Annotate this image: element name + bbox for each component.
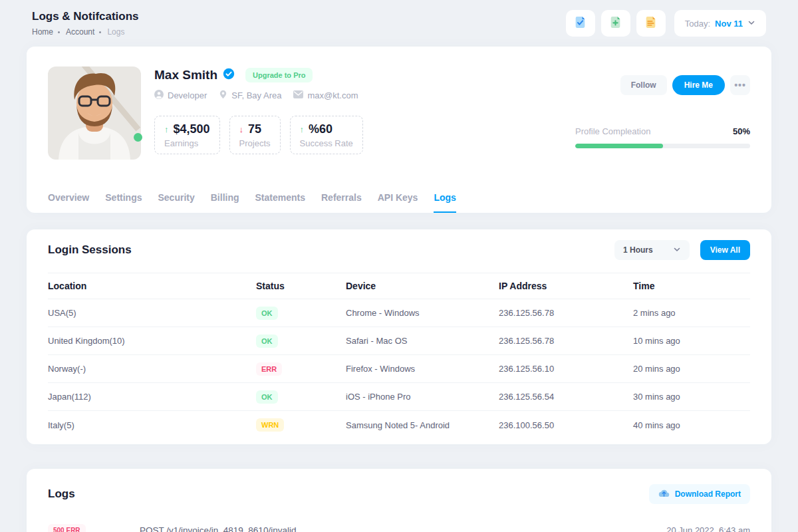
session-device: iOS - iPhone Pro (346, 392, 499, 402)
tab-api-keys[interactable]: API Keys (378, 192, 418, 213)
breadcrumb-separator (99, 31, 101, 33)
sessions-table: Location Status Device IP Address Time U… (48, 273, 750, 439)
breadcrumb-item-home[interactable]: Home (32, 27, 53, 37)
session-status-badge: ERR (256, 362, 282, 376)
progress-bar-fill (575, 144, 663, 148)
trend-arrow-icon: ↓ (239, 124, 244, 134)
follow-button[interactable]: Follow (620, 75, 667, 95)
logs-title: Logs (48, 487, 75, 501)
view-all-button[interactable]: View All (700, 240, 750, 260)
file-check-icon (573, 15, 587, 31)
log-time: 20 Jun 2022, 6:43 am (666, 525, 750, 532)
date-selector[interactable]: Today: Nov 11 (674, 10, 766, 37)
date-value: Nov 11 (715, 19, 743, 29)
column-header-status: Status (256, 281, 346, 291)
file-lines-icon (644, 15, 658, 31)
tab-security[interactable]: Security (158, 192, 195, 213)
session-ip: 236.125.56.78 (499, 308, 633, 318)
progress-label: Profile Compleation (575, 126, 650, 136)
profile-right-panel: Follow Hire Me ••• Profile Compleation 5… (575, 66, 750, 160)
column-header-ip: IP Address (499, 281, 633, 291)
session-location: Norway(-) (48, 364, 256, 374)
file-check-button[interactable] (566, 10, 595, 37)
breadcrumb-item-account[interactable]: Account (66, 27, 94, 37)
session-time: 20 mins ago (633, 364, 750, 374)
stat-value: $4,500 (174, 122, 210, 136)
session-row: Japan(112) OK iOS - iPhone Pro 236.125.5… (48, 383, 750, 411)
profile-tabs: OverviewSettingsSecurityBillingStatement… (48, 192, 456, 213)
topbar: Logs & Notifcations HomeAccountLogs Toda… (0, 0, 798, 47)
tab-statements[interactable]: Statements (255, 192, 305, 213)
tab-logs[interactable]: Logs (434, 192, 456, 213)
progress-bar (575, 144, 750, 148)
tab-overview[interactable]: Overview (48, 192, 89, 213)
session-location: Japan(112) (48, 392, 256, 402)
online-status-dot (134, 133, 142, 142)
trend-arrow-icon: ↑ (300, 124, 305, 134)
profile-info: Max Smith Upgrade to Pro Developer SF, B… (154, 66, 363, 160)
log-status-badge: 500 ERR (48, 524, 86, 532)
session-row: Norway(-) ERR Firefox - Windows 236.125.… (48, 355, 750, 383)
log-path: POST /v1/invoice/in_4819_8610/invalid (140, 525, 666, 532)
profile-progress: Profile Compleation 50% (575, 126, 750, 148)
breadcrumb-separator (58, 31, 60, 33)
file-plus-icon (608, 15, 622, 31)
session-time: 2 mins ago (633, 308, 750, 318)
session-ip: 236.125.56.10 (499, 364, 633, 374)
cloud-upload-icon (658, 489, 670, 499)
profile-email-label: max@kt.com (307, 90, 358, 100)
download-report-button[interactable]: Download Report (649, 484, 750, 504)
progress-percent: 50% (733, 126, 750, 136)
file-lines-button[interactable] (636, 10, 666, 37)
verified-badge-icon (223, 68, 235, 82)
session-time: 10 mins ago (633, 336, 750, 346)
breadcrumb-item-logs[interactable]: Logs (107, 27, 124, 37)
stat-value: 75 (248, 122, 261, 136)
topbar-actions: Today: Nov 11 (566, 10, 766, 37)
hire-me-button[interactable]: Hire Me (672, 75, 725, 95)
session-location: United Kingdom(10) (48, 336, 256, 346)
trend-arrow-icon: ↑ (164, 124, 169, 134)
profile-role: Developer (154, 90, 207, 101)
tab-settings[interactable]: Settings (105, 192, 142, 213)
session-status-badge: OK (256, 390, 278, 404)
session-time: 40 mins ago (633, 420, 750, 430)
column-header-device: Device (346, 281, 499, 291)
upgrade-pro-badge[interactable]: Upgrade to Pro (245, 68, 313, 82)
breadcrumb: HomeAccountLogs (32, 27, 139, 37)
tab-billing[interactable]: Billing (211, 192, 239, 213)
session-device: Safari - Mac OS (346, 336, 499, 346)
hours-filter-select[interactable]: 1 Hours (614, 240, 690, 260)
session-row: USA(5) OK Chrome - Windows 236.125.56.78… (48, 299, 750, 327)
profile-location-label: SF, Bay Area (231, 90, 281, 100)
session-device: Firefox - Windows (346, 364, 499, 374)
session-ip: 236.125.56.78 (499, 336, 633, 346)
stat-earnings: ↑$4,500 Earnings (154, 116, 220, 154)
stat-projects: ↓75 Projects (229, 116, 281, 154)
session-device: Samsung Noted 5- Android (346, 420, 499, 430)
download-report-label: Download Report (675, 489, 741, 499)
sessions-table-body: USA(5) OK Chrome - Windows 236.125.56.78… (48, 299, 750, 439)
profile-location: SF, Bay Area (219, 90, 281, 101)
hours-filter-value: 1 Hours (623, 245, 653, 255)
session-row: United Kingdom(10) OK Safari - Mac OS 23… (48, 327, 750, 355)
profile-role-label: Developer (168, 90, 207, 100)
more-options-button[interactable]: ••• (730, 75, 750, 95)
session-status-badge: OK (256, 307, 278, 320)
session-status-badge: WRN (256, 418, 284, 432)
session-device: Chrome - Windows (346, 308, 499, 318)
stat-label: Success Rate (300, 138, 353, 148)
page-title: Logs & Notifcations (32, 10, 139, 23)
profile-email: max@kt.com (293, 90, 358, 100)
tab-referrals[interactable]: Referrals (321, 192, 362, 213)
chevron-down-icon (747, 19, 755, 29)
column-header-location: Location (48, 281, 256, 291)
session-time: 30 mins ago (633, 392, 750, 402)
login-sessions-card: Login Sessions 1 Hours View All Location… (27, 229, 771, 444)
profile-meta: Developer SF, Bay Area max@kt.com (154, 90, 363, 101)
pin-icon (219, 90, 227, 101)
logs-card: Logs Download Report 500 ERR POST /v1/in… (27, 469, 771, 532)
profile-card: Max Smith Upgrade to Pro Developer SF, B… (27, 47, 771, 213)
file-plus-button[interactable] (601, 10, 630, 37)
log-entries: 500 ERR POST /v1/invoice/in_4819_8610/in… (48, 523, 750, 532)
